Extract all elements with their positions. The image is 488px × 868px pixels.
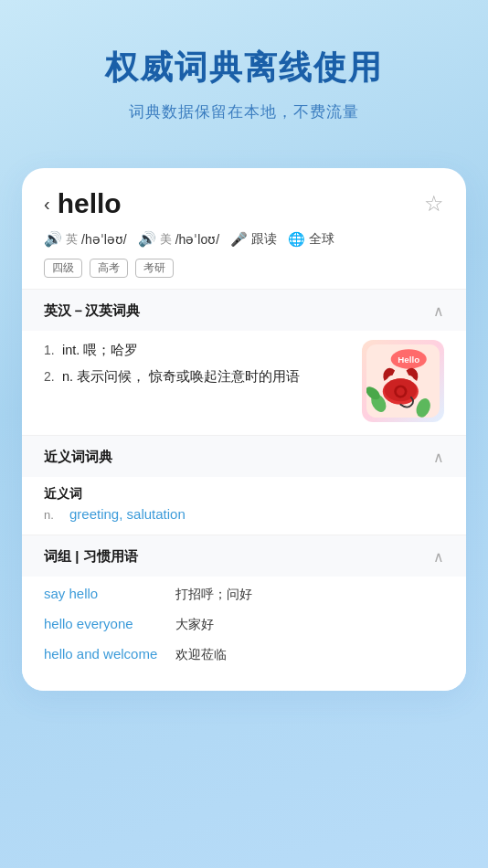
phrase-row-0: say hello 打招呼；问好 — [44, 586, 444, 603]
phrase-meaning-2: 欢迎莅临 — [175, 647, 227, 663]
phonetic-us-text: /həˈloʊ/ — [175, 232, 219, 247]
phrase-meaning-0: 打招呼；问好 — [175, 587, 252, 603]
microphone-icon: 🎤 — [230, 231, 248, 248]
tag-cet4: 四级 — [44, 259, 82, 278]
word-back-row: ‹ hello — [44, 188, 122, 219]
near-pos: n. — [44, 508, 60, 522]
dict-section-body: 1. int. 喂；哈罗 2. n. 表示问候， 惊奇或唤起注意时的用语 — [22, 331, 466, 435]
follow-read-button[interactable]: 🎤 跟读 — [230, 231, 277, 248]
back-icon[interactable]: ‹ — [44, 194, 50, 215]
global-button[interactable]: 🌐 全球 — [288, 231, 334, 248]
volume-us-icon: 🔊 — [138, 230, 156, 248]
svg-point-6 — [397, 387, 405, 396]
main-title: 权威词典离线使用 — [37, 46, 451, 90]
near-chevron-icon: ∧ — [433, 449, 444, 466]
dict-section-title: 英汉－汉英词典 — [44, 302, 140, 320]
entry-num-1: 1. — [44, 340, 62, 360]
phonetic-us-label: 美 — [160, 231, 172, 248]
near-title: 近义词 — [44, 486, 444, 503]
follow-read-label: 跟读 — [251, 231, 277, 248]
card-header: ‹ hello ☆ — [22, 168, 466, 228]
near-row: n. greeting, salutation — [44, 506, 444, 522]
near-words[interactable]: greeting, salutation — [69, 506, 186, 522]
near-section-header[interactable]: 近义词词典 ∧ — [22, 436, 466, 477]
global-label: 全球 — [309, 231, 334, 248]
near-section-title: 近义词词典 — [44, 449, 112, 466]
dict-chevron-icon: ∧ — [433, 302, 444, 320]
dict-image: Hello — [362, 340, 444, 422]
entry-content-1: int. 喂；哈罗 — [62, 340, 138, 361]
near-section: 近义词词典 ∧ 近义词 n. greeting, salutation — [22, 436, 466, 535]
phrase-section-body: say hello 打招呼；问好 hello everyone 大家好 hell… — [22, 577, 466, 691]
phrase-chevron-icon: ∧ — [433, 548, 444, 566]
phrase-word-0[interactable]: say hello — [44, 586, 163, 601]
tag-kaoyan: 考研 — [135, 259, 174, 278]
phrase-meaning-1: 大家好 — [175, 617, 214, 633]
phrase-section: 词组 | 习惯用语 ∧ say hello 打招呼；问好 hello every… — [22, 535, 466, 691]
volume-uk-icon: 🔊 — [44, 230, 62, 248]
tag-gaokao: 高考 — [90, 259, 128, 278]
phrase-row-1: hello everyone 大家好 — [44, 616, 444, 633]
tags-row: 四级 高考 考研 — [22, 255, 466, 289]
top-section: 权威词典离线使用 词典数据保留在本地，不费流量 — [0, 0, 488, 150]
phrase-word-2[interactable]: hello and welcome — [44, 646, 163, 662]
phrase-section-title: 词组 | 习惯用语 — [44, 548, 138, 566]
sub-title: 词典数据保留在本地，不费流量 — [37, 101, 451, 122]
phrase-row-2: hello and welcome 欢迎莅临 — [44, 646, 444, 663]
dict-entry-1: 1. int. 喂；哈罗 — [44, 340, 351, 361]
phrase-word-1[interactable]: hello everyone — [44, 616, 163, 631]
dict-text-block: 1. int. 喂；哈罗 2. n. 表示问候， 惊奇或唤起注意时的用语 — [44, 340, 351, 393]
entry-num-2: 2. — [44, 366, 62, 386]
svg-text:Hello: Hello — [398, 355, 419, 365]
phonetic-us[interactable]: 🔊 美 /həˈloʊ/ — [138, 230, 219, 248]
entry-content-2: n. 表示问候， 惊奇或唤起注意时的用语 — [62, 366, 300, 387]
dict-entry-2: 2. n. 表示问候， 惊奇或唤起注意时的用语 — [44, 366, 351, 387]
star-icon[interactable]: ☆ — [424, 191, 444, 217]
near-section-body: 近义词 n. greeting, salutation — [22, 477, 466, 535]
word-display: hello — [58, 188, 122, 219]
dictionary-card: ‹ hello ☆ 🔊 英 /həˈləʊ/ 🔊 美 /həˈloʊ/ 🎤 跟读… — [22, 168, 466, 691]
phonetic-uk[interactable]: 🔊 英 /həˈləʊ/ — [44, 230, 127, 248]
phonetic-row: 🔊 英 /həˈləʊ/ 🔊 美 /həˈloʊ/ 🎤 跟读 🌐 全球 — [22, 228, 466, 255]
globe-icon: 🌐 — [288, 231, 305, 248]
phrase-section-header[interactable]: 词组 | 习惯用语 ∧ — [22, 535, 466, 577]
phonetic-uk-text: /həˈləʊ/ — [81, 232, 127, 247]
phonetic-uk-label: 英 — [66, 231, 78, 248]
dict-section-header[interactable]: 英汉－汉英词典 ∧ — [22, 290, 466, 331]
dict-section: 英汉－汉英词典 ∧ 1. int. 喂；哈罗 2. n. 表示问候， 惊奇或唤起… — [22, 290, 466, 435]
